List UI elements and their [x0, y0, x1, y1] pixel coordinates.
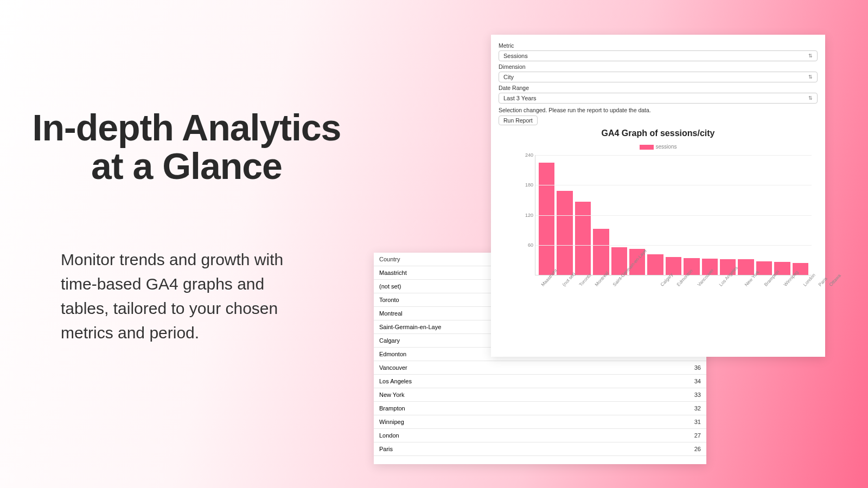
chart-bar	[666, 257, 681, 275]
table-row-label: London	[379, 432, 399, 439]
table-row-label: Winnipeg	[379, 419, 404, 425]
daterange-select[interactable]: Last 3 Years ⇅	[499, 93, 818, 104]
table-row-value: 27	[694, 432, 701, 439]
metric-label: Metric	[499, 42, 818, 49]
chevron-updown-icon: ⇅	[808, 75, 813, 80]
dimension-label: Dimension	[499, 63, 818, 70]
table-row-label: Montreal	[379, 310, 403, 317]
table-row-label: Toronto	[379, 297, 399, 303]
table-row-label: Maastricht	[379, 269, 407, 276]
chart-bar	[738, 259, 754, 275]
chart-bar	[593, 229, 609, 275]
table-row-value: 34	[694, 378, 701, 384]
chart-bar	[557, 191, 572, 275]
legend-label: sessions	[656, 144, 677, 150]
y-tick-label: 120	[519, 213, 533, 218]
table-row: Paris26	[374, 442, 706, 456]
chart-bar	[539, 163, 554, 275]
dimension-select-value: City	[503, 74, 514, 80]
metric-select[interactable]: Sessions ⇅	[499, 50, 818, 61]
daterange-label: Date Range	[499, 85, 818, 91]
page-heading: In-depth Analytics at a Glance	[24, 108, 349, 186]
legend-swatch-icon	[640, 145, 654, 150]
table-row: London27	[374, 429, 706, 442]
chart-plot-area: 60120180240	[535, 155, 812, 275]
table-row-value: 32	[694, 405, 701, 412]
sessions-by-city-chart: 60120180240 Maastricht(not set)TorontoMo…	[509, 155, 813, 318]
chevron-updown-icon: ⇅	[808, 54, 813, 59]
chart-legend: sessions	[499, 144, 818, 150]
heading-line-2: at a Glance	[91, 145, 282, 187]
table-row: Los Angeles34	[374, 375, 706, 388]
y-tick-label: 240	[519, 152, 533, 158]
y-tick-label: 60	[519, 242, 533, 248]
table-row-label: Edmonton	[379, 351, 406, 357]
table-row-label: Los Angeles	[379, 378, 412, 384]
table-row-value: 36	[694, 364, 701, 371]
table-row: New York33	[374, 388, 706, 402]
table-row-label: Saint-Germain-en-Laye	[379, 324, 441, 330]
run-report-button[interactable]: Run Report	[499, 115, 538, 125]
y-tick-label: 180	[519, 182, 533, 188]
table-row-label: Calgary	[379, 337, 400, 344]
table-row-value: 26	[694, 446, 701, 452]
table-header-label: Country	[379, 256, 400, 262]
table-row-label: Vancouver	[379, 364, 407, 371]
chevron-updown-icon: ⇅	[808, 96, 813, 101]
chart-bar	[575, 202, 591, 275]
heading-line-1: In-depth Analytics	[33, 107, 341, 148]
table-row: Winnipeg31	[374, 415, 706, 429]
selection-hint: Selection changed. Please run the report…	[499, 107, 818, 113]
chart-bar	[647, 254, 663, 275]
table-row-label: Paris	[379, 446, 393, 452]
table-row: Vancouver36	[374, 361, 706, 375]
daterange-select-value: Last 3 Years	[503, 95, 537, 101]
chart-title: GA4 Graph of sessions/city	[499, 129, 818, 138]
table-row-value: 31	[694, 419, 701, 425]
table-row-label: New York	[379, 391, 404, 398]
metric-select-value: Sessions	[503, 53, 528, 59]
dimension-select[interactable]: City ⇅	[499, 72, 818, 82]
table-row-label: Brampton	[379, 405, 405, 412]
table-row: Brampton32	[374, 402, 706, 415]
page-subheading: Monitor trends and growth with time-base…	[61, 247, 305, 345]
chart-x-labels: Maastricht(not set)TorontoMontrealSaint-…	[538, 278, 808, 283]
table-row-value: 33	[694, 391, 701, 398]
x-tick-label: Ottawa	[828, 273, 841, 287]
table-row-label: (not set)	[379, 283, 401, 290]
